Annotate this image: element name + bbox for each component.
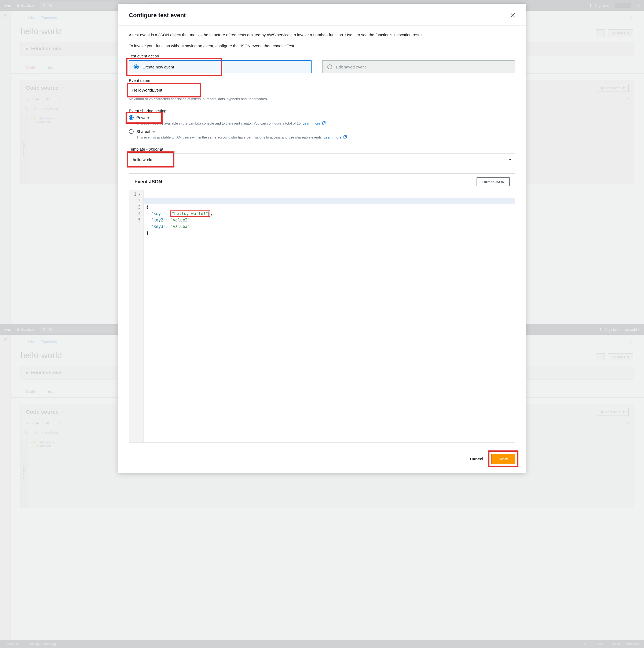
event-name-help: Maximum of 25 characters consisting of l… xyxy=(129,97,515,101)
edited-value-highlight: "hello, world!" xyxy=(170,210,210,217)
event-json-title: Event JSON xyxy=(134,179,162,185)
editor-code-area[interactable]: { "key1": "hello, world!", "key2": "valu… xyxy=(143,190,515,442)
private-help: This event is only available in the Lamb… xyxy=(136,121,515,125)
modal-title: Configure test event xyxy=(129,12,186,19)
template-value: hello-world xyxy=(133,157,153,162)
shareable-label: Shareable xyxy=(136,129,155,134)
edit-saved-event-option: Edit saved event xyxy=(322,60,515,73)
json-editor[interactable]: 1 ▾2345 { "key1": "hello, world!", "key2… xyxy=(129,190,515,442)
learn-more-shareable-link[interactable]: Learn more xyxy=(324,135,347,139)
text-caret xyxy=(209,212,209,216)
cancel-button[interactable]: Cancel xyxy=(469,454,485,464)
chevron-down-icon: ▾ xyxy=(509,157,511,162)
external-link-icon xyxy=(322,121,326,124)
modal-description-2: To invoke your function without saving a… xyxy=(129,43,515,49)
radio-unselected-icon xyxy=(129,129,134,134)
shareable-help: This event is available to IAM users wit… xyxy=(136,135,515,139)
modal-description-1: A test event is a JSON object that mocks… xyxy=(129,32,515,38)
sharing-private-row[interactable]: Private This event is only available in … xyxy=(129,115,515,125)
radio-selected-icon xyxy=(134,64,139,69)
test-event-action-label: Test event action xyxy=(129,54,515,58)
save-button[interactable]: Save xyxy=(491,454,515,464)
format-json-button[interactable]: Format JSON xyxy=(477,177,510,186)
create-new-event-option[interactable]: Create new event xyxy=(129,60,311,73)
template-select[interactable]: hello-world ▾ xyxy=(129,154,515,165)
edit-saved-event-label: Edit saved event xyxy=(336,65,366,69)
sharing-shareable-row[interactable]: Shareable This event is available to IAM… xyxy=(129,129,515,139)
event-name-input[interactable] xyxy=(129,85,515,95)
configure-test-event-modal: Configure test event A test event is a J… xyxy=(118,4,526,473)
test-event-action-group: Create new event Edit saved event xyxy=(129,60,515,73)
external-link-icon xyxy=(344,135,347,139)
radio-disabled-icon xyxy=(328,64,332,69)
modal-footer: Cancel Save xyxy=(118,448,526,473)
event-json-panel: Event JSON Format JSON 1 ▾2345 { "key1":… xyxy=(129,173,515,443)
template-label: Template - optional xyxy=(129,147,515,151)
radio-selected-icon xyxy=(129,115,134,120)
editor-gutter: 1 ▾2345 xyxy=(129,190,143,442)
close-icon[interactable] xyxy=(510,13,515,18)
create-new-event-label: Create new event xyxy=(142,65,174,69)
modal-body: A test event is a JSON object that mocks… xyxy=(118,25,526,445)
event-name-label: Event name xyxy=(129,78,515,83)
learn-more-private-link[interactable]: Learn more xyxy=(302,121,326,125)
event-sharing-label: Event sharing settings xyxy=(129,108,515,113)
private-label: Private xyxy=(136,115,149,120)
modal-header: Configure test event xyxy=(118,4,526,25)
